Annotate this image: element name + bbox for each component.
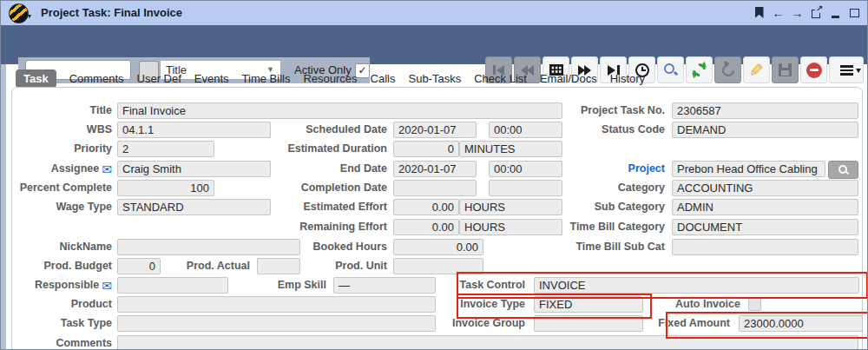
- tab-time-bills[interactable]: Time Bills: [242, 72, 291, 85]
- delete-button[interactable]: [800, 56, 827, 83]
- toolbar: Title ▼ Active Only: [1, 25, 868, 64]
- estimated-effort-field[interactable]: 0.00: [393, 199, 459, 215]
- comments-field[interactable]: [117, 335, 858, 350]
- responsible-field[interactable]: [117, 277, 228, 294]
- scheduled-date-label: Scheduled Date: [279, 123, 387, 136]
- menu-button[interactable]: [829, 56, 864, 83]
- time-bill-sub-cat-field[interactable]: [672, 239, 858, 255]
- sub-category-field[interactable]: ADMIN: [672, 199, 858, 215]
- tab-resources[interactable]: Resources: [303, 72, 357, 85]
- status-code-field[interactable]: DEMAND: [672, 122, 858, 138]
- nickname-field[interactable]: [117, 239, 300, 255]
- estimated-duration-field[interactable]: 0: [393, 141, 459, 157]
- end-date-field[interactable]: 2020-01-07: [393, 161, 477, 177]
- refresh-button[interactable]: [686, 56, 713, 83]
- tab-comments[interactable]: Comments: [69, 72, 124, 85]
- title-label: Title: [8, 104, 112, 117]
- remaining-effort-label: Remaining Effort: [279, 221, 387, 234]
- assignee-label: Assignee✉: [8, 162, 112, 175]
- sub-category-label: Sub Category: [555, 201, 665, 214]
- delete-icon: [806, 63, 822, 78]
- invoice-group-field[interactable]: [534, 315, 643, 332]
- end-time-field[interactable]: 00:00: [489, 161, 562, 177]
- app-menu-caret-icon[interactable]: ▾: [28, 12, 31, 20]
- wage-type-label: Wage Type: [8, 201, 112, 214]
- prod-unit-label: Prod. Unit: [279, 260, 387, 273]
- navigate-back-icon[interactable]: [772, 6, 785, 19]
- tab-user-def[interactable]: User Def: [137, 72, 181, 85]
- fixed-amount-field[interactable]: 23000.0000: [739, 315, 863, 332]
- completion-time-field[interactable]: [489, 180, 562, 196]
- tab-check-list[interactable]: Check List: [474, 72, 527, 85]
- app-logo-icon[interactable]: [9, 3, 29, 23]
- task-type-field[interactable]: [117, 315, 436, 332]
- auto-invoice-label: Auto Invoice: [659, 298, 740, 311]
- wbs-label: WBS: [8, 123, 112, 136]
- edit-button[interactable]: [743, 56, 770, 83]
- app-window: ▾ Project Task: Final Invoice Title ▼ Ac…: [0, 0, 868, 350]
- estimated-effort-unit-field[interactable]: HOURS: [459, 199, 562, 215]
- estimated-duration-unit-field[interactable]: MINUTES: [459, 141, 562, 157]
- category-field[interactable]: ACCOUNTING: [672, 180, 858, 196]
- category-label: Category: [555, 182, 665, 195]
- invoice-type-field[interactable]: FIXED: [534, 296, 643, 313]
- tab-calls[interactable]: Calls: [371, 72, 396, 85]
- estimated-duration-label: Estimated Duration: [279, 142, 387, 155]
- search-button[interactable]: [657, 56, 684, 83]
- time-bill-sub-cat-label: Time Bill Sub Cat: [555, 241, 665, 254]
- undo-icon: [720, 62, 737, 79]
- tab-events[interactable]: Events: [194, 72, 229, 85]
- comments-label: Comments: [8, 337, 112, 350]
- tab-task[interactable]: Task: [16, 69, 56, 88]
- booked-hours-label: Booked Hours: [279, 241, 387, 254]
- navigate-forward-icon[interactable]: [791, 6, 804, 19]
- prod-budget-field[interactable]: 0: [117, 258, 161, 274]
- emp-skill-label: Emp Skill: [261, 279, 326, 292]
- booked-hours-field[interactable]: 0.00: [393, 239, 483, 255]
- time-bill-category-field[interactable]: DOCUMENT: [672, 219, 858, 235]
- assignee-field[interactable]: Craig Smith: [117, 161, 271, 177]
- wage-type-field[interactable]: STANDARD: [117, 199, 271, 215]
- open-window-glyph: [812, 8, 822, 18]
- bookmark-icon[interactable]: [753, 6, 766, 19]
- arrow-left-glyph: [773, 5, 785, 21]
- search-icon: [663, 63, 678, 77]
- completion-date-field[interactable]: [393, 180, 477, 196]
- project-label[interactable]: Project: [555, 162, 665, 175]
- maximize-icon[interactable]: [848, 6, 861, 19]
- open-in-window-icon[interactable]: [810, 6, 823, 19]
- scheduled-time-field[interactable]: 00:00: [489, 122, 562, 138]
- auto-invoice-checkbox[interactable]: [748, 298, 761, 311]
- tab-history[interactable]: History: [610, 72, 645, 85]
- minimize-icon[interactable]: [829, 6, 842, 19]
- email-icon[interactable]: ✉: [102, 281, 112, 291]
- project-field[interactable]: Prebon Head Office Cabling: [672, 161, 825, 177]
- project-task-no-field[interactable]: 2306587: [672, 102, 858, 119]
- save-icon: [779, 63, 792, 76]
- prod-unit-field[interactable]: [393, 258, 483, 274]
- wbs-field[interactable]: 04.1.1: [117, 122, 271, 138]
- email-icon[interactable]: ✉: [102, 164, 112, 175]
- percent-complete-label: Percent Complete: [8, 182, 112, 195]
- task-control-field[interactable]: INVOICE: [534, 277, 859, 294]
- minimize-glyph: [832, 16, 839, 18]
- percent-complete-field[interactable]: 100: [117, 180, 214, 196]
- emp-skill-field[interactable]: —: [333, 277, 436, 294]
- responsible-label: Responsible✉: [8, 279, 112, 292]
- remaining-effort-field[interactable]: 0.00: [393, 219, 459, 235]
- save-button: [772, 56, 799, 83]
- status-code-label: Status Code: [555, 123, 665, 136]
- tab-email-docs[interactable]: Email/Docs: [540, 72, 597, 85]
- scheduled-date-field[interactable]: 2020-01-07: [393, 122, 477, 138]
- undo-button: [714, 56, 741, 83]
- priority-label: Priority: [8, 142, 112, 155]
- product-field[interactable]: [117, 296, 436, 313]
- priority-field[interactable]: 2: [117, 141, 214, 157]
- project-lookup-button[interactable]: [828, 161, 858, 179]
- search-icon: [838, 164, 849, 175]
- tab-sub-tasks[interactable]: Sub-Tasks: [408, 72, 461, 85]
- product-label: Product: [8, 298, 112, 311]
- title-field[interactable]: Final Invoice: [117, 102, 562, 119]
- project-task-no-label: Project Task No.: [555, 104, 665, 117]
- remaining-effort-unit-field[interactable]: HOURS: [459, 219, 562, 235]
